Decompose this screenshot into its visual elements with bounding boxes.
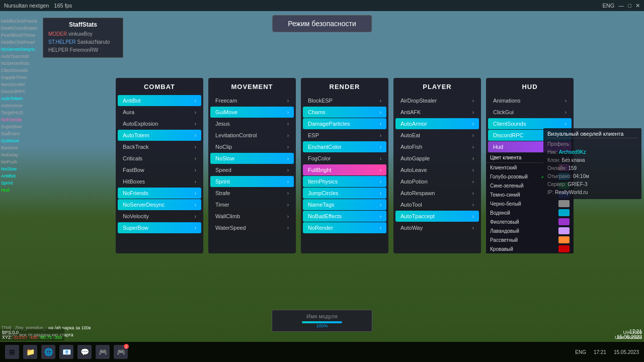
player-autoleave-arrow: › (472, 167, 474, 173)
movement-levitation[interactable]: LevitationControl › (210, 130, 294, 141)
combat-noserverdesync[interactable]: NoServerDesync › (118, 199, 201, 210)
color-blood[interactable]: Кровавый (486, 244, 574, 253)
movement-sprint[interactable]: Sprint › (210, 176, 294, 187)
combat-aura[interactable]: Aura › (118, 107, 201, 118)
xyz-display: XYZ:-323:67 -435 -60:75 -350 (2, 335, 62, 340)
left-item-18: GuiMove (1, 137, 43, 144)
hud-clientsounds[interactable]: ClientSounds › (488, 118, 572, 129)
hud-clientsounds-arrow: › (565, 121, 567, 127)
player-autoeat[interactable]: AutoEat › (395, 130, 479, 141)
color-blackwhite[interactable]: Черно-белый (486, 199, 574, 208)
combat-autototem[interactable]: AutoTotem › (118, 130, 201, 141)
render-chams[interactable]: Chams › (303, 107, 386, 118)
taskbar-start[interactable]: ⊞ (5, 345, 19, 359)
render-jumpcircles-arrow: › (380, 191, 381, 196)
render-jumpcircles[interactable]: JumpCircles › (303, 188, 386, 199)
player-autofish[interactable]: AutoFish › (395, 141, 479, 152)
render-esp[interactable]: ESP › (303, 130, 386, 141)
color-blackwhite-label: Черно-белый (490, 201, 521, 207)
render-nobadeffects[interactable]: NoBadEffects › (303, 211, 386, 222)
render-itemphysics[interactable]: ItemPhysics › (303, 176, 386, 187)
movement-freecam[interactable]: Freecam › (210, 95, 294, 106)
render-fullbright[interactable]: FullBright › (303, 164, 386, 175)
combat-nofriends[interactable]: NoFriends › (118, 188, 201, 199)
movement-noslow-label: NoSlow (215, 155, 234, 161)
combat-antibot[interactable]: AntiBot › (118, 95, 201, 106)
taskbar-discord[interactable]: 🎮 2 (114, 345, 128, 359)
combat-hitboxes[interactable]: HitBoxes › (118, 176, 201, 187)
movement-noslow[interactable]: NoSlow › (210, 153, 294, 164)
player-autorespawn-label: AutoRespawn (400, 190, 435, 196)
taskbar-game[interactable]: 🎮 (96, 345, 110, 359)
left-item-12: AutoTotem (1, 95, 43, 102)
safety-mode-button[interactable]: Режим безопасности (272, 15, 372, 32)
minimize-button[interactable]: — (618, 3, 624, 9)
player-autotool[interactable]: AutoTool › (395, 199, 479, 210)
clock: 17:21 (617, 329, 642, 334)
player-autogapple[interactable]: AutoGapple › (395, 153, 479, 164)
taskbar-telegram[interactable]: 💬 (77, 345, 92, 359)
movement-wallclimb-label: WallClimb (215, 213, 240, 219)
player-antiafk[interactable]: AntiAFK › (395, 107, 479, 118)
fps-counter: 165 fps (54, 3, 72, 9)
player-autopotion-arrow: › (472, 179, 474, 185)
color-dawn[interactable]: Рассветный (486, 235, 574, 244)
render-enchantcolor-label: EnchantColor (308, 144, 342, 150)
render-blockesp[interactable]: BlockESP › (303, 95, 386, 106)
movement-timer[interactable]: Timer › (210, 199, 294, 210)
movement-speed[interactable]: Speed › (210, 164, 294, 175)
movement-guimove[interactable]: GuiMove › (210, 107, 294, 118)
taskbar-folder[interactable]: 📁 (23, 345, 37, 359)
taskbar-browser[interactable]: 🌐 (41, 345, 55, 359)
movement-waterspeed[interactable]: WaterSpeed › (210, 222, 294, 233)
player-autorespawn[interactable]: AutoRespawn › (395, 188, 479, 199)
movement-strafe[interactable]: Strafe › (210, 188, 294, 199)
close-button[interactable]: ✕ (635, 3, 640, 9)
bps-display: BPS:0.0 (2, 330, 62, 335)
taskbar-mail[interactable]: 📧 (59, 345, 73, 359)
color-water[interactable]: Водяной (486, 208, 574, 217)
render-damageparticles[interactable]: DamageParticles › (303, 118, 386, 129)
movement-column: MOVEMENT Freecam › GuiMove › Jesus › Lev… (208, 78, 296, 253)
color-purple[interactable]: Фиолетовый (486, 217, 574, 226)
hud-discordrpc-label: DiscordRPC (493, 132, 524, 138)
combat-backtrack[interactable]: BackTrack › (118, 141, 201, 152)
combat-aura-arrow: › (195, 110, 196, 115)
combat-autototem-arrow: › (195, 133, 196, 138)
color-lavender[interactable]: Лавандовый (486, 226, 574, 235)
hud-color-title: Цвет клиента (490, 155, 521, 160)
render-nametags[interactable]: NameTags › (303, 199, 386, 210)
player-autopotion-label: AutoPotion (400, 178, 428, 185)
movement-wallclimb[interactable]: WallClimb › (210, 211, 294, 222)
left-item-9: GappleTimer (1, 74, 43, 81)
combat-fastbow[interactable]: FastBow › (118, 164, 201, 175)
render-itemphysics-arrow: › (380, 179, 381, 185)
movement-noclip[interactable]: NoClip › (210, 141, 294, 152)
combat-criticals[interactable]: Criticals › (118, 153, 201, 164)
player-autoarmor[interactable]: AutoArmor › (395, 118, 479, 129)
staff-panel-title: StaffStats (48, 21, 118, 28)
combat-novelocity[interactable]: NoVelocity › (118, 211, 201, 222)
hud-clickgui[interactable]: ClickGui › (488, 107, 572, 118)
render-norender[interactable]: NoRender › (303, 222, 386, 233)
hud-animations[interactable]: Animations › (488, 95, 572, 106)
color-lavender-label: Лавандовый (490, 228, 519, 234)
player-autogapple-arrow: › (472, 156, 474, 161)
maximize-button[interactable]: □ (628, 3, 631, 9)
movement-noslow-arrow: › (287, 156, 289, 161)
player-autotpaccept[interactable]: AutoTpaccept › (395, 211, 479, 222)
render-fogcolor[interactable]: FogColor › (303, 153, 386, 164)
player-autotool-label: AutoTool (400, 202, 422, 208)
player-autopotion[interactable]: AutoPotion › (395, 176, 479, 187)
combat-autoexplosion[interactable]: AutoExplosion › (118, 118, 201, 129)
combat-superbow[interactable]: SuperBow › (118, 222, 201, 233)
topbar-right: ENG — □ ✕ (603, 3, 640, 9)
render-enchantcolor[interactable]: EnchantColor › (303, 141, 386, 152)
hud-animations-label: Animations (493, 98, 520, 104)
movement-jesus[interactable]: Jesus › (210, 118, 294, 129)
movement-timer-label: Timer (215, 202, 229, 208)
player-autoway[interactable]: AutoWay › (395, 222, 479, 233)
render-fullbright-label: FullBright (308, 167, 331, 173)
player-autoleave[interactable]: AutoLeave › (395, 164, 479, 175)
player-airdropstealer[interactable]: AirDropStealer › (395, 95, 479, 106)
